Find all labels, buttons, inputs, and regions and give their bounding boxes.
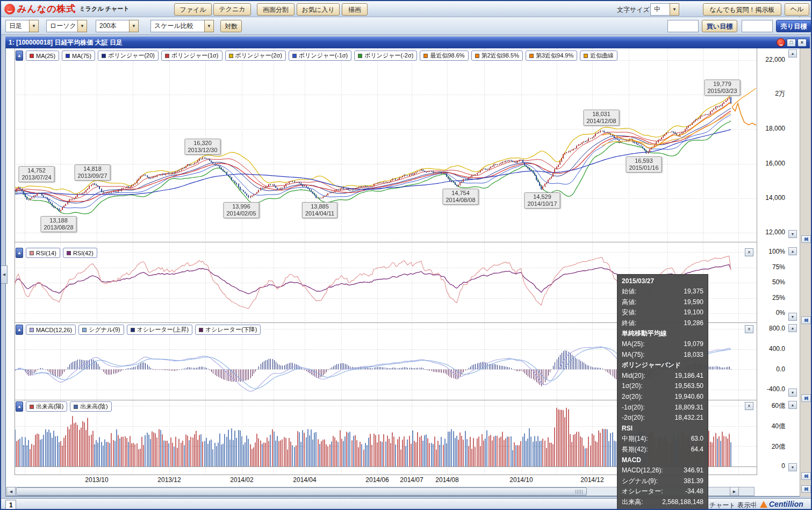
chevron-down-icon[interactable]: ▼ [29, 20, 39, 32]
volume-collapse-button[interactable]: ▲ [16, 401, 23, 412]
volume-scroll-down-button[interactable]: ▼ [788, 463, 797, 471]
tooltip-row: 出来高:2,568,188,148 [622, 497, 703, 508]
restore-icon[interactable]: □ [787, 39, 796, 47]
chevron-down-icon[interactable]: ▼ [204, 20, 214, 32]
legend-chip-price[interactable]: ボリンジャー(20) [98, 51, 159, 61]
price-collapse-button[interactable]: ▲ [16, 51, 23, 61]
bar-count-select[interactable]: 200本 ▼ [96, 20, 139, 32]
legend-chip-macd[interactable]: MACD(12,26) [26, 325, 76, 335]
buy-target-button[interactable]: 買い目標 [702, 20, 737, 32]
centillion-text: Centillion [769, 500, 803, 508]
tooltip-row: 終値:19,286 [622, 318, 703, 329]
scale-compare-value: スケール比較 [150, 20, 204, 32]
tooltip-value: 346.91 [684, 465, 703, 476]
legend-color-swatch [229, 54, 233, 58]
legend-chip-price[interactable]: 第2近似98.5% [471, 51, 523, 61]
scroll-speaker-icon[interactable] [801, 485, 811, 493]
tooltip-value: 19,100 [684, 307, 703, 318]
scale-compare-select[interactable]: スケール比較 ▼ [150, 20, 214, 32]
legend-label: ボリンジャー(20) [108, 52, 155, 60]
y-axis-label-price: 2万 [775, 89, 785, 98]
tooltip-value: 2,568,188,148 [662, 497, 703, 508]
menu-technical-button[interactable]: テクニカル [213, 3, 251, 16]
menu-draw-button[interactable]: 描画 [342, 3, 368, 16]
horizontal-scrollbar-thumb[interactable] [16, 487, 587, 495]
macd-scroll-up-button[interactable]: ▲ [788, 324, 797, 332]
chevron-down-icon[interactable]: ▼ [77, 20, 87, 32]
menu-split-button[interactable]: 画面分割 [257, 3, 294, 16]
font-size-select[interactable]: 中 ▼ [650, 3, 679, 16]
legend-label: オシレーター(下降) [205, 326, 257, 334]
page-tab-1[interactable]: 1 [5, 500, 16, 509]
tooltip-label: MA(75): [622, 350, 645, 361]
volume-panel-close-button[interactable]: × [745, 402, 753, 410]
price-scroll-up-button[interactable]: ▲ [788, 49, 797, 58]
tooltip-value: 64.4 [691, 444, 703, 455]
price-scroll-down-button[interactable]: ▼ [788, 230, 797, 238]
legend-color-swatch [199, 328, 203, 332]
rsi-scroll-up-button[interactable]: ▲ [788, 247, 797, 255]
scroll-left-icon[interactable]: ◀ [6, 487, 16, 496]
buy-target-input[interactable] [667, 20, 699, 32]
rsi-speaker-icon[interactable] [801, 317, 811, 324]
chevron-down-icon[interactable]: ▼ [129, 20, 139, 32]
legend-chip-volume[interactable]: 出来高(陽) [26, 401, 67, 412]
legend-chip-price[interactable]: 最近似98.6% [420, 51, 468, 61]
x-axis-label: 2014/04 [293, 476, 316, 484]
tooltip-row: -1σ(20):18,809.31 [622, 403, 703, 413]
volume-scroll-up-button[interactable]: ▲ [788, 401, 797, 409]
legend-color-swatch [165, 54, 169, 58]
volume-speaker-icon[interactable] [801, 472, 811, 480]
scroll-right-icon[interactable]: ▶ [730, 487, 739, 496]
tooltip-label: 終値: [622, 318, 636, 329]
y-axis-label-macd: -400.0 [767, 385, 785, 393]
rsi-panel-close-button[interactable]: × [745, 248, 753, 256]
macd-scroll-down-button[interactable]: ▼ [788, 389, 797, 397]
chevron-down-icon[interactable]: ▼ [670, 3, 679, 16]
rsi-scroll-down-button[interactable]: ▼ [788, 313, 797, 321]
macd-speaker-icon[interactable] [801, 394, 811, 402]
help-button[interactable]: ヘルプ [785, 3, 809, 16]
price-speaker-icon[interactable] [801, 235, 811, 243]
legend-chip-price[interactable]: ボリンジャー(2σ) [225, 51, 286, 61]
legend-label: シグナル(9) [89, 326, 120, 334]
period-select[interactable]: 日足 ▼ [5, 20, 39, 32]
legend-color-swatch [131, 328, 135, 332]
legend-chip-volume[interactable]: 出来高(陰) [70, 401, 111, 412]
legend-chip-price[interactable]: ボリンジャー(-1σ) [289, 51, 351, 61]
tooltip-label: 長期(42): [622, 444, 648, 455]
rsi-collapse-button[interactable]: ▲ [16, 248, 23, 258]
chart-status-text: チャート 表示中 [709, 501, 757, 510]
legend-chip-macd[interactable]: オシレーター(上昇) [127, 325, 192, 335]
log-scale-button[interactable]: 対数 [220, 20, 242, 32]
tooltip-row: シグナル(9):381.39 [622, 476, 703, 487]
legend-color-swatch [30, 251, 34, 255]
macd-panel-close-button[interactable]: × [745, 325, 753, 333]
x-axis-label: 2014/07 [400, 476, 423, 484]
macd-legend-row: ▲ MACD(12,26)シグナル(9)オシレーター(上昇)オシレーター(下降) [16, 325, 261, 335]
legend-chip-price[interactable]: ボリンジャー(-2σ) [354, 51, 417, 61]
tooltip-row: -2σ(20):18,432.21 [622, 413, 703, 423]
rsi-legend-row: ▲ RSI(14)RSI(42) [16, 248, 97, 258]
legend-chip-price[interactable]: ボリンジャー(1σ) [161, 51, 222, 61]
macd-collapse-button[interactable]: ▲ [16, 325, 23, 335]
volume-legend-row: ▲ 出来高(陽)出来高(陰) [16, 401, 112, 412]
scrollbar-grip [576, 490, 583, 494]
menu-favorites-button[interactable]: お気に入り [297, 3, 340, 16]
close-icon[interactable]: × [797, 39, 807, 47]
legend-chip-price[interactable]: 第3近似94.9% [526, 51, 577, 61]
legend-chip-macd[interactable]: オシレーター(下降) [195, 325, 261, 335]
legend-chip-macd[interactable]: シグナル(9) [78, 325, 124, 335]
legend-chip-price[interactable]: 近似曲線 [580, 51, 617, 61]
period-value: 日足 [5, 20, 29, 32]
legend-chip-price[interactable]: MA(75) [62, 51, 95, 61]
legend-chip-rsi[interactable]: RSI(14) [26, 248, 60, 258]
tooltip-value: 18,033 [684, 350, 703, 361]
menu-file-button[interactable]: ファイル [174, 3, 212, 16]
y-axis-label-volume: 0 [781, 462, 785, 470]
legend-chip-price[interactable]: MA(25) [26, 51, 59, 61]
chart-type-select[interactable]: ローソク ▼ [46, 20, 87, 32]
tooltip-value: 63.0 [691, 434, 703, 444]
sidebar-collapse-tab[interactable]: ◀ [1, 265, 8, 284]
legend-chip-rsi[interactable]: RSI(42) [63, 248, 97, 258]
